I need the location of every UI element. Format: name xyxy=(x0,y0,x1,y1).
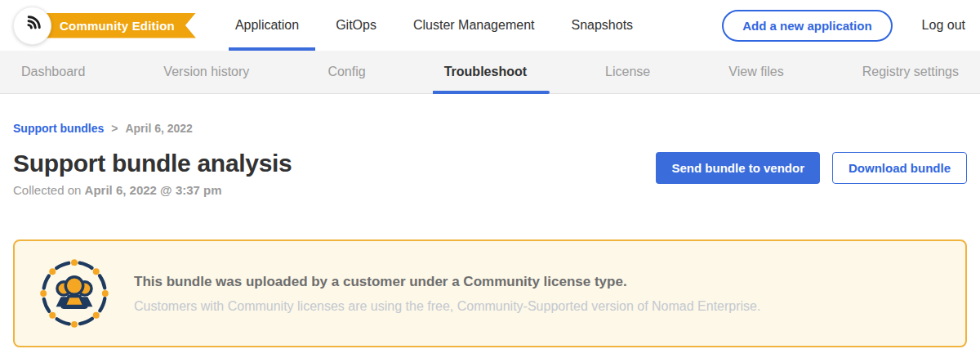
breadcrumb-support-bundles-link[interactable]: Support bundles xyxy=(13,122,104,135)
title-row: Support bundle analysis Collected on Apr… xyxy=(13,150,967,197)
nav-item-application[interactable]: Application xyxy=(234,0,301,51)
title-block: Support bundle analysis Collected on Apr… xyxy=(13,150,292,197)
collected-prefix: Collected on xyxy=(13,183,85,197)
header-right: Add a new application Log out xyxy=(722,10,965,42)
subnav-item-version-history[interactable]: Version history xyxy=(160,51,252,93)
app-subnav: Dashboard Version history Config Trouble… xyxy=(0,51,980,94)
add-new-application-button[interactable]: Add a new application xyxy=(722,10,892,42)
subnav-item-dashboard[interactable]: Dashboard xyxy=(18,51,88,93)
main-content: Support bundles > April 6, 2022 Support … xyxy=(0,122,980,347)
breadcrumb-separator: > xyxy=(111,122,118,135)
collected-timestamp: Collected on April 6, 2022 @ 3:37 pm xyxy=(13,183,292,197)
banner-text: This bundle was uploaded by a customer u… xyxy=(134,274,760,314)
nav-item-snapshots[interactable]: Snapshots xyxy=(569,0,635,51)
collected-date: April 6, 2022 @ 3:37 pm xyxy=(85,183,222,197)
subnav-item-troubleshoot[interactable]: Troubleshoot xyxy=(441,51,530,93)
community-license-banner: This bundle was uploaded by a customer u… xyxy=(13,239,967,347)
subnav-item-view-files[interactable]: View files xyxy=(725,51,786,93)
send-bundle-to-vendor-button[interactable]: Send bundle to vendor xyxy=(656,152,820,184)
community-people-icon xyxy=(39,258,109,329)
nav-item-cluster-management[interactable]: Cluster Management xyxy=(412,0,537,51)
breadcrumb: Support bundles > April 6, 2022 xyxy=(13,122,967,135)
page-title: Support bundle analysis xyxy=(13,150,292,177)
brand: Community Edition xyxy=(13,7,196,45)
subnav-item-license[interactable]: License xyxy=(602,51,653,93)
replicated-logo xyxy=(13,7,51,45)
top-header: Community Edition Application GitOps Clu… xyxy=(0,0,980,51)
primary-nav: Application GitOps Cluster Management Sn… xyxy=(234,0,635,51)
logout-link[interactable]: Log out xyxy=(922,18,965,33)
subnav-item-registry-settings[interactable]: Registry settings xyxy=(859,51,962,93)
replicated-logo-icon xyxy=(21,13,43,38)
bundle-actions: Send bundle to vendor Download bundle xyxy=(656,150,967,184)
community-edition-badge: Community Edition xyxy=(30,13,196,38)
banner-body: Customers with Community licenses are us… xyxy=(134,299,760,314)
breadcrumb-current: April 6, 2022 xyxy=(125,122,193,135)
download-bundle-button[interactable]: Download bundle xyxy=(832,152,967,184)
nav-item-gitops[interactable]: GitOps xyxy=(334,0,378,51)
subnav-item-config[interactable]: Config xyxy=(324,51,368,93)
banner-heading: This bundle was uploaded by a customer u… xyxy=(134,274,760,290)
